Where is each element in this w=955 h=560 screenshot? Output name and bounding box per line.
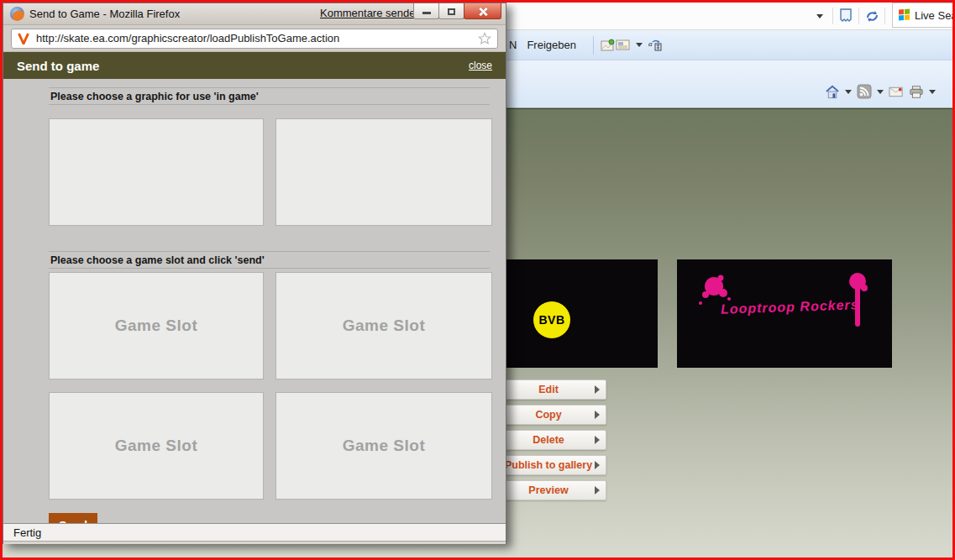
read-mail-icon (889, 86, 904, 97)
game-slot-2[interactable]: Game Slot (275, 272, 492, 379)
status-bar: Fertig (3, 523, 506, 541)
url-text: http://skate.ea.com/graphicscreator/load… (36, 32, 471, 44)
game-slot-label: Game Slot (343, 317, 425, 335)
firefox-popup-window: Send to Game - Mozilla Firefox Kommentar… (3, 3, 506, 544)
maximize-icon (448, 8, 455, 15)
url-input[interactable]: http://skate.ea.com/graphicscreator/load… (11, 29, 498, 49)
send-button[interactable]: Send (49, 513, 97, 523)
address-dropdown-button[interactable] (811, 7, 828, 25)
firefox-icon (10, 7, 24, 21)
graphic-action-menu: Edit Copy Delete Publish to gallery Prev… (502, 379, 606, 505)
search-label: Live Sea (915, 9, 955, 22)
game-slot-label: Game Slot (115, 437, 197, 455)
delete-button[interactable]: Delete (502, 430, 606, 450)
graphic-slot-1[interactable] (49, 118, 264, 226)
copy-button[interactable]: Copy (502, 405, 606, 425)
screen: × Live Sea N Freigeben (0, 0, 955, 560)
graphic-slot-2[interactable] (275, 118, 492, 226)
refresh-button[interactable] (863, 7, 880, 25)
dialog-body: Please choose a graphic for use 'in game… (3, 79, 506, 523)
map-pin-icon (601, 39, 616, 52)
game-slot-label: Game Slot (343, 437, 425, 455)
edit-button[interactable]: Edit (502, 379, 606, 400)
divider (593, 36, 594, 55)
arrow-right-icon (595, 411, 600, 419)
graphic-thumbnail-bvb[interactable]: BVB (506, 259, 658, 368)
window-frame-bottom (3, 541, 506, 544)
read-mail-button[interactable] (889, 84, 904, 99)
preview-label: Preview (528, 484, 568, 496)
print-icon (909, 85, 924, 99)
svg-text:a: a (648, 39, 653, 48)
arrow-right-icon (595, 461, 600, 469)
print-button[interactable] (909, 84, 924, 99)
graphic-slot-grid (49, 118, 506, 226)
command-item-partial: N (509, 39, 517, 51)
chevron-down-icon[interactable] (877, 90, 884, 94)
divider (832, 8, 833, 24)
arrow-right-icon (595, 385, 600, 394)
looptroop-label: Looptroop Rockers (721, 297, 859, 317)
copy-label: Copy (535, 409, 561, 421)
window-titlebar: Send to Game - Mozilla Firefox Kommentar… (3, 3, 506, 25)
rss-feed-icon (857, 84, 872, 99)
graphic-section-heading: Please choose a graphic for use 'in game… (49, 87, 490, 105)
game-slot-grid-row1: Game Slot Game Slot (49, 272, 506, 379)
chevron-down-icon (816, 14, 823, 18)
windows-flag-icon (899, 9, 910, 22)
translate-icon: a (648, 39, 663, 52)
game-slot-label: Game Slot (115, 317, 197, 335)
edit-label: Edit (538, 384, 559, 395)
close-icon (478, 7, 487, 16)
email-image-icon (616, 39, 631, 51)
chevron-down-icon[interactable] (845, 90, 852, 94)
email-image-button[interactable] (616, 38, 631, 53)
game-slot-3[interactable]: Game Slot (49, 392, 264, 500)
bvb-logo: BVB (533, 301, 570, 338)
divider (858, 8, 859, 24)
delete-label: Delete (533, 434, 564, 446)
publish-label: Publish to gallery (505, 459, 592, 471)
paint-drip (843, 270, 872, 337)
window-title: Send to Game - Mozilla Firefox (29, 8, 180, 20)
dialog-close-link[interactable]: close (469, 60, 492, 71)
home-button[interactable] (825, 84, 840, 99)
dialog-title: Send to game (17, 59, 99, 73)
translate-button[interactable]: a (648, 38, 663, 53)
chevron-down-icon[interactable] (929, 90, 936, 94)
chevron-down-icon (636, 43, 643, 47)
game-slot-1[interactable]: Game Slot (49, 272, 264, 379)
bookmark-star-icon[interactable] (478, 32, 491, 45)
map-pin-button[interactable] (601, 38, 616, 53)
location-bar: http://skate.ea.com/graphicscreator/load… (3, 25, 506, 52)
bvb-label: BVB (538, 313, 564, 327)
home-icon (825, 85, 840, 99)
dialog-header: Send to game close (3, 52, 506, 79)
feedback-link[interactable]: Kommentare senden (320, 7, 422, 19)
live-search-box[interactable]: Live Sea (892, 3, 955, 28)
compatibility-view-icon (839, 8, 853, 24)
minimize-button[interactable] (413, 3, 439, 19)
graphic-thumbnail-looptroop[interactable]: Looptroop Rockers (677, 259, 892, 368)
email-image-dropdown[interactable] (631, 36, 648, 55)
minimize-icon (422, 12, 431, 14)
game-slot-4[interactable]: Game Slot (275, 392, 492, 500)
game-slot-section-heading: Please choose a game slot and click 'sen… (49, 251, 490, 269)
page-tools (825, 84, 936, 99)
preview-button[interactable]: Preview (502, 480, 606, 500)
divider (884, 8, 885, 24)
compatibility-view-button[interactable] (837, 7, 854, 25)
refresh-icon (865, 9, 879, 24)
maximize-button[interactable] (438, 3, 464, 19)
close-button[interactable] (464, 3, 501, 19)
command-item-share[interactable]: Freigeben (517, 39, 586, 51)
window-controls (414, 3, 501, 19)
arrow-right-icon (595, 486, 600, 495)
rss-feed-button[interactable] (857, 84, 872, 99)
arrow-right-icon (595, 436, 600, 444)
command-bar: N Freigeben a (509, 30, 663, 60)
status-text: Fertig (13, 526, 41, 539)
skate-favicon (18, 33, 29, 44)
publish-to-gallery-button[interactable]: Publish to gallery (502, 455, 606, 475)
game-slot-grid-row2: Game Slot Game Slot (49, 392, 506, 500)
